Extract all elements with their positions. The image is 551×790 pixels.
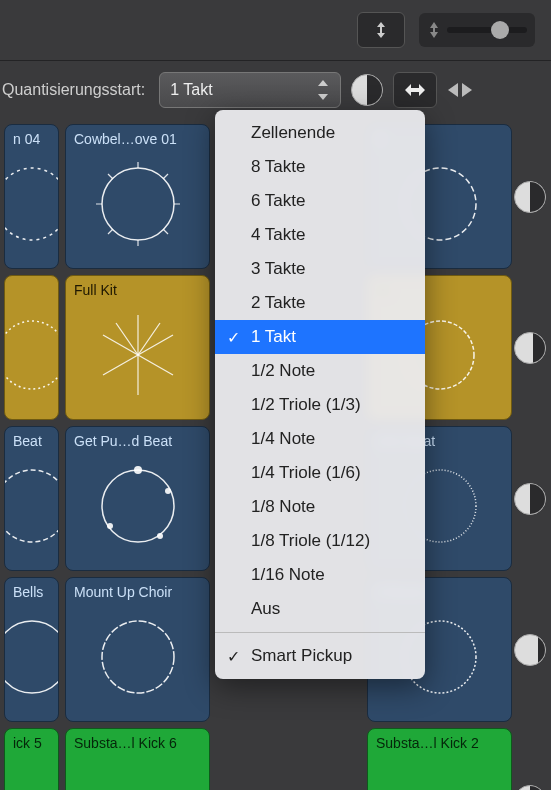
svg-point-21 — [4, 470, 59, 542]
stepper-icon — [318, 80, 330, 100]
zoom-slider-track[interactable] — [447, 27, 527, 33]
dropdown-item-label: Aus — [251, 599, 280, 618]
dropdown-item[interactable]: Aus — [215, 592, 425, 626]
check-icon: ✓ — [227, 327, 240, 349]
dropdown-item-label: 1/4 Note — [251, 429, 315, 448]
waveform-icon — [4, 154, 59, 254]
dropdown-item[interactable]: 8 Takte — [215, 150, 425, 184]
svg-line-13 — [138, 335, 173, 355]
arrows-vertical-small-icon — [427, 20, 441, 40]
expand-collapse-button[interactable] — [447, 77, 473, 103]
svg-line-18 — [138, 323, 160, 355]
svg-line-17 — [103, 335, 138, 355]
dropdown-item-label: 1/2 Note — [251, 361, 315, 380]
dropdown-item[interactable]: 1/4 Triole (1/6) — [215, 456, 425, 490]
row-pie-column — [513, 118, 547, 790]
cell-r1c0[interactable] — [4, 275, 59, 420]
dropdown-item-label: 4 Takte — [251, 225, 306, 244]
quantize-start-dropdown[interactable]: Zellenende8 Takte6 Takte4 Takte3 Takte2 … — [215, 110, 425, 679]
svg-line-6 — [108, 174, 113, 179]
dropdown-item-label: Smart Pickup — [251, 646, 352, 665]
cell-r0c1[interactable]: Cowbel…ove 01 — [65, 124, 210, 269]
cell-label: Substa…l Kick 2 — [376, 735, 503, 751]
dropdown-item-label: 3 Takte — [251, 259, 306, 278]
quantize-mode-pie-button[interactable] — [351, 74, 383, 106]
triangle-left-icon — [448, 83, 458, 97]
svg-point-28 — [4, 621, 59, 693]
waveform-icon — [4, 607, 59, 707]
dropdown-item-label: 6 Takte — [251, 191, 306, 210]
dropdown-item-label: 1 Takt — [251, 327, 296, 346]
dropdown-item[interactable]: 1/8 Note — [215, 490, 425, 524]
cell-label: Get Pu…d Beat — [74, 433, 201, 449]
arrows-vertical-icon — [371, 20, 391, 40]
svg-point-23 — [134, 466, 142, 474]
dropdown-item-label: 8 Takte — [251, 157, 306, 176]
cell-label: n 04 — [13, 131, 50, 147]
dropdown-item[interactable]: ✓1 Takt — [215, 320, 425, 354]
dropdown-item[interactable]: 2 Takte — [215, 286, 425, 320]
waveform-icon — [88, 607, 188, 707]
dropdown-item-label: 1/8 Note — [251, 497, 315, 516]
dropdown-item[interactable]: 1/8 Triole (1/12) — [215, 524, 425, 558]
dropdown-item[interactable]: 6 Takte — [215, 184, 425, 218]
svg-point-11 — [4, 321, 59, 389]
dropdown-item[interactable]: 4 Takte — [215, 218, 425, 252]
vertical-zoom-button[interactable] — [357, 12, 405, 48]
zoom-slider-container[interactable] — [419, 13, 535, 47]
svg-point-22 — [102, 470, 174, 542]
dropdown-item[interactable]: Zellenende — [215, 116, 425, 150]
quantize-label: Quantisierungsstart: — [0, 81, 149, 99]
svg-line-8 — [108, 229, 113, 234]
row-pie-button[interactable] — [514, 483, 546, 515]
cell-r1c1[interactable]: Full Kit — [65, 275, 210, 420]
dropdown-item-label: 1/4 Triole (1/6) — [251, 463, 361, 482]
dropdown-item[interactable]: 1/4 Note — [215, 422, 425, 456]
svg-line-14 — [138, 355, 173, 375]
cell-r2c1[interactable]: Get Pu…d Beat — [65, 426, 210, 571]
svg-line-7 — [163, 174, 168, 179]
cell-r2c0[interactable]: Beat — [4, 426, 59, 571]
dropdown-item-label: 2 Takte — [251, 293, 306, 312]
dropdown-item-smart-pickup[interactable]: ✓Smart Pickup — [215, 639, 425, 673]
dropdown-item-label: 1/8 Triole (1/12) — [251, 531, 370, 550]
cell-r4c1[interactable]: Substa…l Kick 6 — [65, 728, 210, 790]
triangle-right-icon — [462, 83, 472, 97]
dropdown-item-label: 1/2 Triole (1/3) — [251, 395, 361, 414]
dropdown-item[interactable]: 1/2 Note — [215, 354, 425, 388]
cell-label: Beat — [13, 433, 50, 449]
row-pie-button[interactable] — [514, 332, 546, 364]
loop-horizontal-button[interactable] — [393, 72, 437, 108]
cell-label: Substa…l Kick 6 — [74, 735, 201, 751]
dropdown-item[interactable]: 3 Takte — [215, 252, 425, 286]
cell-label: Mount Up Choir — [74, 584, 201, 600]
zoom-slider-thumb[interactable] — [491, 21, 509, 39]
dropdown-item[interactable]: 1/16 Note — [215, 558, 425, 592]
quantize-bar: Quantisierungsstart: 1 Takt — [0, 64, 551, 116]
quantize-start-select[interactable]: 1 Takt — [159, 72, 341, 108]
check-icon: ✓ — [227, 646, 240, 668]
cell-label: Full Kit — [74, 282, 201, 298]
cell-label: Bells — [13, 584, 50, 600]
dropdown-item-label: 1/16 Note — [251, 565, 325, 584]
svg-line-19 — [116, 323, 138, 355]
row-pie-button[interactable] — [514, 785, 546, 791]
dropdown-item[interactable]: 1/2 Triole (1/3) — [215, 388, 425, 422]
cell-label: ick 5 — [13, 735, 50, 751]
dropdown-item-label: Zellenende — [251, 123, 335, 142]
waveform-icon — [88, 154, 188, 254]
cell-r4c3[interactable]: Substa…l Kick 2 — [367, 728, 512, 790]
quantize-start-value: 1 Takt — [170, 81, 212, 99]
cell-r3c1[interactable]: Mount Up Choir — [65, 577, 210, 722]
cell-r3c0[interactable]: Bells — [4, 577, 59, 722]
row-pie-button[interactable] — [514, 634, 546, 666]
cell-r0c0[interactable]: n 04 — [4, 124, 59, 269]
svg-point-25 — [157, 533, 163, 539]
row-pie-button[interactable] — [514, 181, 546, 213]
dropdown-divider — [215, 632, 425, 633]
cell-label: Cowbel…ove 01 — [74, 131, 201, 147]
arrows-horizontal-icon — [403, 82, 427, 98]
waveform-icon — [4, 456, 59, 556]
svg-point-26 — [107, 523, 113, 529]
cell-r4c0[interactable]: ick 5 — [4, 728, 59, 790]
